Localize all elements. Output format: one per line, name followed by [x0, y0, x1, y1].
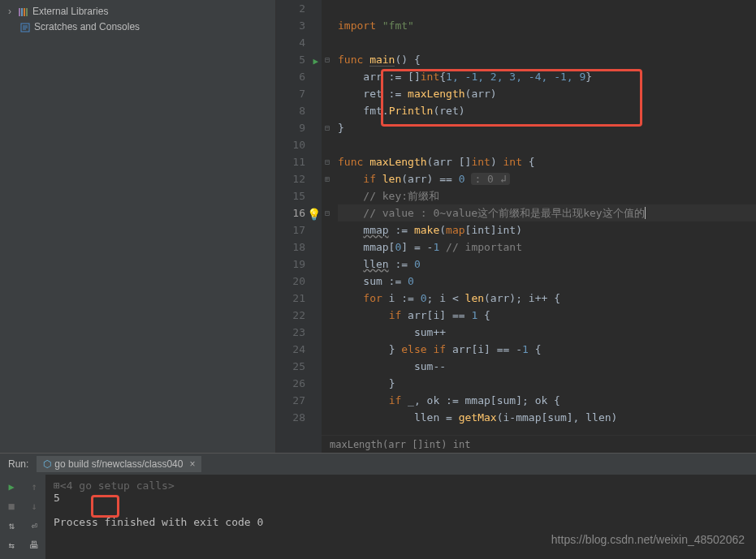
- code-line[interactable]: if _, ok := mmap[sum]; ok {: [338, 392, 756, 409]
- line-number[interactable]: 4: [276, 34, 322, 51]
- main-area: › External Libraries Scratches and Conso…: [0, 0, 756, 453]
- down-button[interactable]: ↓: [26, 498, 42, 514]
- fold-marker[interactable]: ⊟: [322, 153, 333, 170]
- output-line: 5: [54, 492, 748, 504]
- fold-column[interactable]: ⊟ ⊟ ⊟ ⊞ ⊟: [322, 0, 333, 221]
- code-line[interactable]: } else if arr[i] == -1 {: [338, 341, 756, 358]
- output-line: Process finished with exit code 0: [54, 516, 748, 528]
- line-number[interactable]: 9: [276, 119, 322, 136]
- code-line[interactable]: }: [338, 375, 756, 392]
- code-line[interactable]: // key:前缀和: [338, 187, 756, 204]
- line-number[interactable]: 19: [276, 256, 322, 273]
- tree-item-scratches[interactable]: Scratches and Consoles: [0, 19, 275, 35]
- project-sidebar[interactable]: › External Libraries Scratches and Conso…: [0, 0, 276, 453]
- chevron-right-icon: ›: [8, 6, 15, 17]
- run-config-tab[interactable]: ⬡ go build sf/newclass/class040 ×: [37, 456, 201, 472]
- code-line[interactable]: if len(arr) == 0 : 0 ↲: [338, 170, 756, 187]
- svg-rect-1: [21, 8, 23, 16]
- line-number[interactable]: 8: [276, 102, 322, 119]
- line-number[interactable]: 27: [276, 392, 322, 409]
- print-button[interactable]: 🖶: [26, 537, 42, 553]
- code-line[interactable]: llen = getMax(i-mmap[sum], llen): [338, 409, 756, 426]
- tree-item-external-libraries[interactable]: › External Libraries: [0, 4, 275, 19]
- fold-marker[interactable]: ⊟: [322, 51, 333, 68]
- line-number[interactable]: 18: [276, 239, 322, 256]
- line-number[interactable]: 24: [276, 341, 322, 358]
- run-toolbar-2: ↑ ↓ ⏎ 🖶: [23, 475, 45, 559]
- watermark: https://blog.csdn.net/weixin_48502062: [551, 533, 745, 546]
- line-number[interactable]: 26: [276, 375, 322, 392]
- svg-rect-3: [26, 8, 28, 16]
- code-line[interactable]: for i := 0; i < len(arr); i++ {: [338, 290, 756, 307]
- code-line[interactable]: llen := 0: [338, 256, 756, 273]
- line-number[interactable]: 3: [276, 17, 322, 34]
- fold-marker[interactable]: ⊞: [322, 170, 333, 187]
- code-line[interactable]: [338, 0, 756, 17]
- line-number[interactable]: 7: [276, 85, 322, 102]
- library-icon: [18, 6, 29, 18]
- line-number[interactable]: 11: [276, 153, 322, 170]
- tree-label: External Libraries: [32, 6, 108, 17]
- rerun-button[interactable]: ▶: [3, 479, 19, 495]
- code-line[interactable]: }: [338, 119, 756, 136]
- intention-bulb-icon[interactable]: 💡: [307, 206, 321, 223]
- line-number[interactable]: 20: [276, 273, 322, 290]
- up-button[interactable]: ↑: [26, 479, 42, 495]
- code-line[interactable]: if arr[i] == 1 {: [338, 307, 756, 324]
- console-output[interactable]: ⊞<4 go setup calls> 5 Process finished w…: [45, 475, 756, 559]
- editor-pane: 2 3 4 5▶ 6 7 8 9 10 11 12 15 16💡 17 18 1…: [276, 0, 756, 453]
- layout-button[interactable]: ⇅: [3, 518, 19, 534]
- line-number[interactable]: 5▶: [276, 51, 322, 68]
- code-area[interactable]: ⊟ ⊟ ⊟ ⊞ ⊟ import "fmt" func main() { arr…: [322, 0, 756, 453]
- fold-marker[interactable]: ⊟: [322, 119, 333, 136]
- code-line[interactable]: mmap := make(map[int]int): [338, 221, 756, 239]
- line-number[interactable]: 15: [276, 187, 322, 204]
- folded-code-hint[interactable]: : 0 ↲: [471, 173, 509, 185]
- code-line[interactable]: sum--: [338, 358, 756, 375]
- setup-calls[interactable]: ⊞<4 go setup calls>: [54, 479, 748, 492]
- line-gutter[interactable]: 2 3 4 5▶ 6 7 8 9 10 11 12 15 16💡 17 18 1…: [276, 0, 322, 453]
- line-number[interactable]: 2: [276, 0, 322, 17]
- code-line[interactable]: [338, 136, 756, 153]
- close-icon[interactable]: ×: [189, 458, 195, 470]
- wrap-button[interactable]: ⏎: [26, 518, 42, 534]
- fold-marker[interactable]: ⊟: [322, 204, 333, 221]
- line-number[interactable]: 25: [276, 358, 322, 375]
- stop-button[interactable]: ■: [3, 498, 19, 514]
- line-number[interactable]: 21: [276, 290, 322, 307]
- line-number[interactable]: 23: [276, 324, 322, 341]
- line-number[interactable]: 16💡: [276, 204, 322, 221]
- svg-rect-2: [24, 8, 25, 16]
- code-line[interactable]: // value : 0~value这个前缀和是最早出现key这个值的: [338, 204, 756, 221]
- run-header: Run: ⬡ go build sf/newclass/class040 ×: [0, 454, 756, 475]
- line-number[interactable]: 10: [276, 136, 322, 153]
- code-line[interactable]: import "fmt": [338, 17, 756, 34]
- run-label: Run:: [8, 458, 28, 470]
- tree-label: Scratches and Consoles: [34, 21, 140, 32]
- line-number[interactable]: 6: [276, 68, 322, 85]
- code-line[interactable]: arr := []int{1, -1, 2, 3, -4, -1, 9}: [338, 68, 756, 85]
- code-line[interactable]: func main() {: [338, 51, 756, 68]
- layout2-button[interactable]: ⇆: [3, 537, 19, 553]
- code-line[interactable]: [338, 34, 756, 51]
- code-line[interactable]: mmap[0] = -1 // important: [338, 239, 756, 256]
- line-number[interactable]: 22: [276, 307, 322, 324]
- run-body: ▶ ■ ⇅ ⇆ ↑ ↓ ⏎ 🖶 ⊞<4 go setup calls> 5 Pr…: [0, 475, 756, 559]
- output-line: [54, 504, 748, 516]
- scratch-icon: [19, 21, 31, 33]
- run-toolbar-left: ▶ ■ ⇅ ⇆: [0, 475, 23, 559]
- code-line[interactable]: ret := maxLength(arr): [338, 85, 756, 102]
- line-number[interactable]: 28: [276, 409, 322, 426]
- breadcrumb[interactable]: maxLength(arr []int) int: [322, 435, 756, 453]
- line-number[interactable]: 17: [276, 221, 322, 239]
- code-line[interactable]: sum++: [338, 324, 756, 341]
- go-icon: ⬡: [43, 458, 51, 470]
- line-number[interactable]: 12: [276, 170, 322, 187]
- run-gutter-icon[interactable]: ▶: [313, 53, 318, 70]
- code-line[interactable]: sum := 0: [338, 273, 756, 290]
- code-line[interactable]: func maxLength(arr []int) int {: [338, 153, 756, 170]
- code-line[interactable]: fmt.Println(ret): [338, 102, 756, 119]
- svg-rect-0: [19, 8, 20, 16]
